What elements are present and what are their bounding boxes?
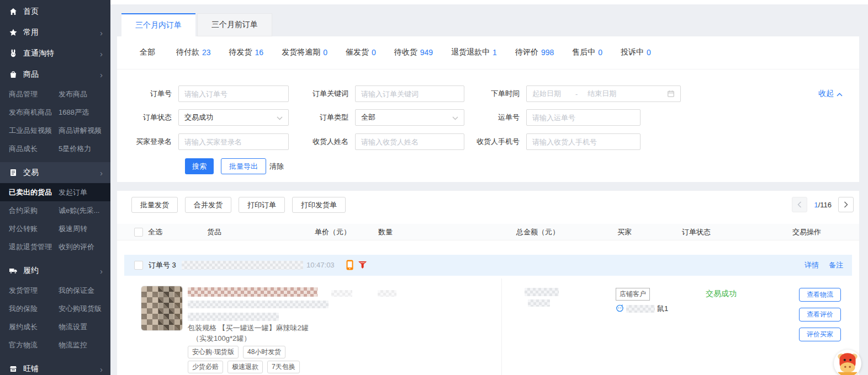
sidebar-subrow: 已卖出的货品 发起订单 <box>0 183 110 201</box>
receiver-name-input[interactable] <box>355 133 464 150</box>
select-all-checkbox[interactable] <box>134 228 143 237</box>
sidebar-sublink[interactable]: 商品管理 <box>9 89 59 99</box>
sidebar-sublink[interactable]: 发布商机商品 <box>9 108 59 117</box>
sidebar-sublink[interactable]: 诚e赊(先采... <box>59 206 99 216</box>
shop-icon <box>9 365 18 373</box>
sidebar-subrow: 商品管理 发布商品 <box>0 85 110 103</box>
status-tab-refunding[interactable]: 退货退款中1 <box>451 47 497 57</box>
batch-ship-button[interactable]: 批量发货 <box>131 197 178 213</box>
sidebar-sublink[interactable]: 履约成长 <box>9 322 59 332</box>
sidebar-sublink[interactable]: 我的保险 <box>9 304 59 314</box>
sidebar-sublink[interactable]: 退款退货管理 <box>9 242 59 252</box>
chevron-down-icon <box>452 114 458 122</box>
sidebar-sublink[interactable]: 物流监控 <box>59 340 87 350</box>
order-status-select[interactable]: 交易成功 <box>178 109 289 126</box>
sidebar-sublink[interactable]: 收到的评价 <box>59 242 94 252</box>
chevron-right-icon: › <box>100 29 103 37</box>
rabbit-icon <box>9 49 18 58</box>
column-unit-price: 单价（元） <box>315 224 351 240</box>
merge-ship-button[interactable]: 合并发货 <box>185 197 231 213</box>
sidebar-item-home[interactable]: 首页 <box>0 1 110 22</box>
sidebar-sublink[interactable]: 5星价格力 <box>59 144 91 154</box>
sidebar-sublink[interactable]: 商品成长 <box>9 144 59 154</box>
filter-panel: 全部 待付款23 待发货16 发货将逾期0 催发货0 待收货949 退货退款中1… <box>117 36 859 182</box>
sidebar-sublink[interactable]: 对公转账 <box>9 224 59 234</box>
total-amount-mosaic <box>528 299 550 307</box>
sidebar-item-label: 直通淘特 <box>23 49 54 58</box>
sidebar-sublink[interactable]: 发起订单 <box>59 188 87 197</box>
chevron-up-icon <box>837 89 843 98</box>
column-total-amount: 总金额（元） <box>516 224 559 240</box>
sidebar-sublink[interactable]: 工业品短视频 <box>9 126 59 136</box>
sidebar-sublink[interactable]: 发布商品 <box>59 89 87 99</box>
cow-mascot-icon <box>834 350 861 375</box>
sidebar-item-goods[interactable]: 商品 › <box>0 64 110 85</box>
qianniu-icon[interactable] <box>358 261 367 271</box>
collapse-filters-link[interactable]: 收起 <box>818 89 843 99</box>
waybill-input[interactable] <box>526 109 641 126</box>
field-label: 订单关键词 <box>294 89 355 99</box>
status-tab-pending-review[interactable]: 待评价998 <box>515 47 554 57</box>
status-tab-shipment-overdue[interactable]: 发货将逾期0 <box>282 47 327 57</box>
search-button[interactable]: 搜索 <box>185 158 214 174</box>
field-label: 运单号 <box>465 113 526 122</box>
sidebar-sublink-active[interactable]: 已卖出的货品 <box>9 188 59 197</box>
next-page-button[interactable] <box>838 197 854 212</box>
clear-button[interactable]: 清除 <box>269 158 284 174</box>
receiver-phone-input[interactable] <box>526 133 641 150</box>
status-tab-after-sale[interactable]: 售后中0 <box>572 47 602 57</box>
filter-receiver-phone: 收货人手机号 <box>465 133 641 150</box>
status-tab-pending-shipment[interactable]: 待发货16 <box>229 47 264 57</box>
buyer-login-input[interactable] <box>178 133 289 150</box>
sidebar-sublink[interactable]: 1688严选 <box>59 108 89 117</box>
sidebar-item-taote[interactable]: 直通淘特 › <box>0 43 110 64</box>
qianniu-mascot[interactable] <box>834 350 861 375</box>
buyer-name-suffix[interactable]: 鼠1 <box>657 304 668 314</box>
sidebar-sublink[interactable]: 商品讲解视频 <box>59 126 102 136</box>
order-type-select[interactable]: 全部 <box>355 109 464 126</box>
buyer-type-tag: 店铺客户 <box>616 288 650 301</box>
status-tab-complaint[interactable]: 投诉中0 <box>621 47 651 57</box>
sidebar-item-favorites[interactable]: 常用 › <box>0 22 110 43</box>
view-review-button[interactable]: 查看评价 <box>799 308 841 322</box>
sidebar-sublink[interactable]: 发货管理 <box>9 286 59 296</box>
sidebar-sublink[interactable]: 合约采购 <box>9 206 59 216</box>
product-image[interactable] <box>141 286 183 331</box>
sidebar-item-label: 常用 <box>23 28 39 38</box>
sidebar-sublink[interactable]: 我的保证金 <box>59 286 94 296</box>
status-tab-pending-payment[interactable]: 待付款23 <box>176 47 211 57</box>
print-shipping-button[interactable]: 打印发货单 <box>292 197 346 213</box>
sidebar-subrow: 退款退货管理 收到的评价 <box>0 238 110 256</box>
status-tab-all[interactable]: 全部 <box>140 47 158 57</box>
sidebar-sublink[interactable]: 安心购现货版 <box>59 304 102 314</box>
status-tab-urge-shipment[interactable]: 催发货0 <box>346 47 376 57</box>
sidebar-item-trade[interactable]: 交易 › <box>0 162 110 183</box>
order-checkbox[interactable] <box>134 261 143 270</box>
wangwang-icon[interactable] <box>616 304 624 314</box>
rate-buyer-button[interactable]: 评价买家 <box>799 328 841 341</box>
truck-icon <box>9 266 18 275</box>
column-buyer: 买家 <box>617 224 632 240</box>
top-strip <box>110 0 868 4</box>
unit-price-mosaic <box>331 290 352 297</box>
sidebar-sublink[interactable]: 物流设置 <box>59 322 87 332</box>
order-keyword-input[interactable] <box>355 85 464 102</box>
view-logistics-button[interactable]: 查看物流 <box>799 288 841 302</box>
sidebar-sublink[interactable]: 极速周转 <box>59 224 87 234</box>
order-number-mosaic <box>182 261 303 270</box>
order-note-link[interactable]: 备注 <box>829 255 843 276</box>
order-time-range[interactable]: 起始日期 - 结束日期 <box>526 85 681 102</box>
batch-export-button[interactable]: 批量导出 <box>221 158 266 174</box>
status-tab-pending-receipt[interactable]: 待收货949 <box>394 47 433 57</box>
order-no-input[interactable] <box>178 85 289 102</box>
chevron-down-icon <box>277 114 283 122</box>
sidebar-item-fulfillment[interactable]: 履约 › <box>0 260 110 281</box>
service-tag: 48小时发货 <box>243 346 285 358</box>
order-detail-link[interactable]: 详情 <box>805 255 819 276</box>
tab-orders-within-3-months[interactable]: 三个月内订单 <box>121 13 195 36</box>
prev-page-button[interactable] <box>792 197 807 212</box>
sidebar-sublink[interactable]: 官方物流 <box>9 340 59 350</box>
tab-orders-before-3-months[interactable]: 三个月前订单 <box>197 13 272 36</box>
sidebar-item-shop[interactable]: 旺铺 › <box>0 358 110 375</box>
print-order-button[interactable]: 打印订单 <box>239 197 285 213</box>
